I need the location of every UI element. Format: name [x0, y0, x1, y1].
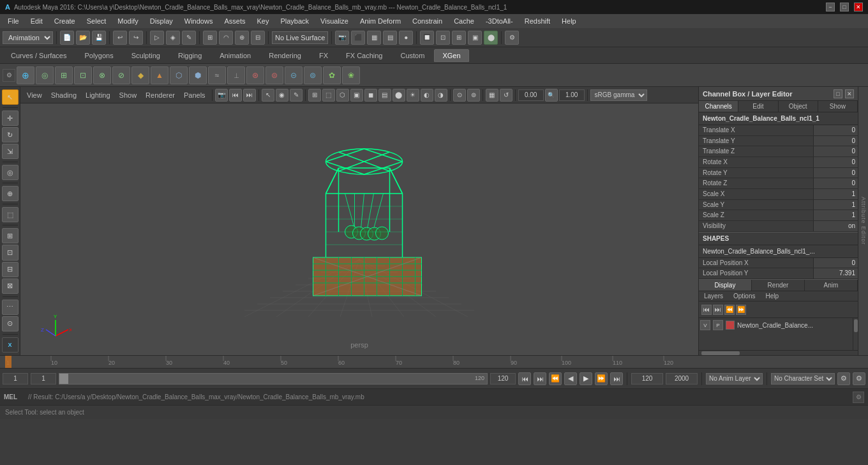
cb-tab-channels[interactable]: Channels — [699, 101, 738, 112]
layer-prev-btn[interactable]: ⏭ — [713, 305, 723, 315]
move-tool-btn[interactable]: ✛ — [2, 111, 19, 126]
vt-btn-shaded[interactable]: ◼ — [364, 89, 377, 102]
vt-btn-subdiv[interactable]: ▣ — [350, 89, 363, 102]
cb-tab-object[interactable]: Object — [779, 101, 818, 112]
vt-btn-hud[interactable]: ▦ — [486, 89, 498, 102]
snap2-btn[interactable]: ⊙ — [2, 316, 19, 332]
display-tab-display[interactable]: Display — [699, 280, 752, 291]
snap-point-btn[interactable]: ⊕ — [235, 31, 249, 45]
snap-curve-btn[interactable]: ◠ — [219, 31, 233, 45]
vt-btn-shadow[interactable]: ◐ — [421, 89, 433, 102]
frame-slider[interactable]: 120 — [59, 373, 488, 385]
shelf-icon-16[interactable]: ⊚ — [304, 66, 322, 84]
snap-surface-btn[interactable]: ⊟ — [251, 31, 265, 45]
zoom-value-input[interactable] — [518, 89, 544, 101]
cb-tab-show[interactable]: Show — [818, 101, 858, 112]
snap-btn[interactable]: ⋯ — [2, 300, 19, 315]
layer-next-btn[interactable]: ⏪ — [724, 305, 735, 315]
vt-btn-reset[interactable]: ↺ — [500, 89, 513, 102]
render3-btn[interactable]: ▤ — [383, 31, 397, 45]
close-button[interactable]: ✕ — [854, 3, 863, 11]
range-start-input[interactable] — [3, 373, 28, 385]
shelf-icon-4[interactable]: ⊡ — [74, 66, 92, 84]
layout3-btn[interactable]: ⊟ — [2, 262, 19, 277]
shelf-icon-11[interactable]: ≈ — [208, 66, 226, 84]
layer-visibility-btn[interactable]: V — [700, 320, 710, 330]
render-btn[interactable]: ⬛ — [351, 31, 365, 45]
layer-hscrollbar[interactable] — [699, 350, 858, 355]
menu-edit[interactable]: Edit — [26, 16, 48, 26]
menu-constrain[interactable]: Constrain — [407, 16, 447, 26]
menu-assets[interactable]: Assets — [219, 16, 250, 26]
show-manip-btn[interactable]: ⊕ — [2, 186, 19, 201]
channel-val-lpy[interactable]: 7.391 — [813, 268, 858, 278]
vt-btn-tex[interactable]: ⬤ — [393, 89, 405, 102]
playback-jump-start-btn[interactable]: ⏮ — [518, 372, 531, 385]
timeline-ruler[interactable]: 1 10 20 30 40 50 60 70 80 90 100 110 120 — [0, 356, 868, 369]
status-settings-btn[interactable]: ⚙ — [853, 392, 864, 403]
char-set-select[interactable]: No Character Set — [771, 373, 835, 385]
viewport[interactable]: View Shading Lighting Show Renderer Pane… — [20, 87, 698, 355]
select-tool-btn[interactable]: ↖ — [2, 89, 19, 105]
maximize-button[interactable]: □ — [840, 3, 849, 11]
shelf-icon-17[interactable]: ✿ — [323, 66, 341, 84]
viewport-menu-show[interactable]: Show — [116, 90, 141, 100]
xgen-logo-btn[interactable]: X — [2, 337, 19, 353]
viewport-menu-renderer[interactable]: Renderer — [142, 90, 179, 100]
shelf-icon-7[interactable]: ◆ — [131, 66, 149, 84]
anim-layer-select[interactable]: No Anim Layer — [706, 373, 763, 385]
tab-custom[interactable]: Custom — [393, 49, 433, 62]
vt-btn-xray[interactable]: ⊚ — [467, 89, 480, 102]
layer-last-btn[interactable]: ⏩ — [736, 305, 746, 315]
camera-btn[interactable]: 📷 — [335, 31, 349, 45]
redo-button[interactable]: ↪ — [129, 31, 143, 45]
menu-select[interactable]: Select — [82, 16, 112, 26]
shelf-gear-icon[interactable]: ⚙ — [3, 69, 15, 82]
vt-btn-sel[interactable]: ↖ — [262, 89, 274, 102]
playback-play-btn[interactable]: ▶ — [580, 372, 592, 385]
tab-curves-surfaces[interactable]: Curves / Surfaces — [3, 49, 75, 62]
channel-val-sy[interactable]: 1 — [813, 200, 858, 210]
open-file-button[interactable]: 📂 — [76, 31, 90, 45]
menu-file[interactable]: File — [3, 16, 24, 26]
shelf-icon-15[interactable]: ⊝ — [285, 66, 303, 84]
undo-button[interactable]: ↩ — [113, 31, 127, 45]
color-profile-select[interactable]: sRGB gamma — [590, 89, 647, 101]
tab-rendering[interactable]: Rendering — [260, 49, 310, 62]
shelf-icon-8[interactable]: ▲ — [151, 66, 168, 84]
viewport4-btn[interactable]: ▣ — [468, 31, 482, 45]
layout4-btn[interactable]: ⊠ — [2, 278, 19, 294]
mode-select[interactable]: Animation — [3, 31, 53, 44]
tab-xgen[interactable]: XGen — [434, 49, 468, 62]
layer-add-btn[interactable]: ⏮ — [701, 305, 712, 315]
range-end-input[interactable] — [490, 373, 516, 385]
menu-modify[interactable]: Modify — [112, 16, 143, 26]
viewport-btn[interactable]: 🔲 — [420, 31, 434, 45]
scale-tool-btn[interactable]: ⇲ — [2, 144, 19, 159]
cb-close-btn[interactable]: ✕ — [845, 89, 854, 98]
playback-prev-btn[interactable]: ◀ — [564, 372, 577, 385]
key-settings-btn[interactable]: ⚙ — [837, 372, 850, 385]
shelf-icon-9[interactable]: ⬡ — [170, 66, 188, 84]
snap-grid-btn[interactable]: ⊞ — [203, 31, 217, 45]
render4-btn[interactable]: ● — [399, 31, 413, 45]
display-tab-anim[interactable]: Anim — [805, 280, 858, 291]
disp-sub-layers[interactable]: Layers — [699, 291, 728, 301]
viewport-menu-panels[interactable]: Panels — [180, 90, 209, 100]
menu-playback[interactable]: Playback — [275, 16, 314, 26]
vt-btn-prev[interactable]: ⏮ — [229, 89, 242, 102]
vt-btn-z-icon[interactable]: 🔍 — [545, 89, 558, 102]
viewport5-btn[interactable]: ⬤ — [484, 31, 498, 45]
vt-btn-smooth[interactable]: ⬡ — [336, 89, 349, 102]
menu-3dto-all[interactable]: -3DtoAll- — [481, 16, 518, 26]
vt-btn-lasso[interactable]: ◉ — [276, 89, 288, 102]
tab-fx-caching[interactable]: FX Caching — [338, 49, 391, 62]
cb-tab-edit[interactable]: Edit — [738, 101, 778, 112]
tab-sculpting[interactable]: Sculpting — [123, 49, 168, 62]
tab-polygons[interactable]: Polygons — [76, 49, 121, 62]
tab-fx[interactable]: FX — [311, 49, 336, 62]
display-tab-render[interactable]: Render — [752, 280, 805, 291]
settings-btn[interactable]: ⚙ — [505, 31, 519, 45]
viewport-menu-lighting[interactable]: Lighting — [82, 90, 114, 100]
channel-val-rx[interactable]: 0 — [813, 157, 858, 167]
